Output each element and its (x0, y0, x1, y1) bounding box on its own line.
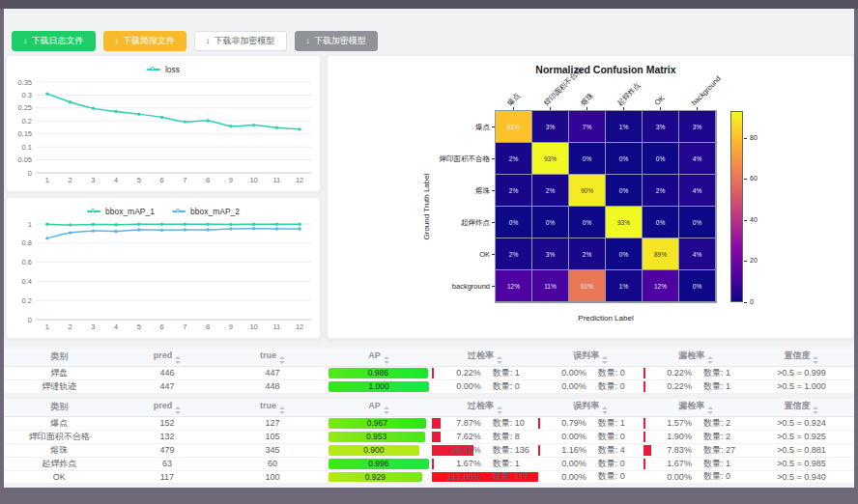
map-chart-card: bbox_mAP_1bbox_mAP_2 00.20.40.60.8112345… (6, 197, 321, 339)
column-header-label: AP (368, 350, 381, 360)
column-header-lou[interactable]: 漏检率 (644, 349, 749, 366)
loss-chart-card: loss 00.050.10.150.20.250.30.35123456789… (6, 55, 321, 192)
column-header-ap[interactable]: AP (326, 349, 433, 366)
rate-count: 数量: 1 (586, 417, 640, 430)
sort-caret-icon[interactable] (279, 406, 285, 414)
rate-count: 数量: 136 (481, 444, 534, 457)
map-chart: 00.20.40.60.81123456789101112 (7, 216, 322, 335)
column-header-wu[interactable]: 误判率 (538, 349, 644, 366)
matrix-cell: 0% (679, 270, 715, 301)
download-log-file-button[interactable]: ↓下载日志文件 (12, 31, 96, 51)
svg-text:3: 3 (91, 176, 95, 184)
cell-ap: 0.929 (326, 470, 433, 484)
rate-percent: 7.62% (432, 432, 480, 441)
colorbar-tick-label: 20 (750, 257, 758, 264)
sort-caret-icon[interactable] (384, 406, 389, 414)
sort-caret-icon[interactable] (497, 406, 502, 414)
download-icon: ↓ (23, 37, 28, 45)
cell-ap: 0.967 (326, 416, 433, 430)
cell-true: 105 (220, 430, 326, 443)
column-header-conf[interactable]: 置信度 (749, 349, 854, 366)
matrix-row-label: 起焊炸点 (384, 218, 490, 228)
svg-text:4: 4 (114, 176, 118, 184)
cell-conf: >0.5 = 1.000 (749, 379, 854, 393)
cell-true: 100 (220, 470, 326, 484)
sort-caret-icon[interactable] (602, 356, 608, 364)
matrix-row-label: 焊印面积不合格 (384, 154, 490, 164)
summary-table-section: 类别predtrueAP过检率误判率漏检率置信度焊盘4464470.9860.2… (4, 349, 854, 394)
axis-tick (492, 254, 495, 255)
legend-label: bbox_mAP_1 (105, 207, 155, 216)
column-header-ap[interactable]: AP (326, 399, 433, 416)
svg-text:5: 5 (137, 176, 141, 184)
sort-caret-icon[interactable] (602, 406, 608, 414)
svg-text:0.4: 0.4 (22, 277, 32, 286)
page-content: ↓下载日志文件↓下载简报文件↓下载非加密模型↓下载加密模型 loss 00.05… (4, 9, 854, 488)
download-encrypted-model-button[interactable]: ↓下载加密模型 (295, 31, 379, 51)
matrix-cell: 0% (606, 238, 642, 269)
sort-caret-icon[interactable] (175, 406, 181, 414)
svg-text:7: 7 (183, 176, 186, 184)
column-header-pred[interactable]: pred (114, 349, 219, 366)
colorbar (730, 111, 743, 302)
sort-caret-icon[interactable] (497, 356, 502, 364)
cell-conf: >0.5 = 0.925 (749, 430, 854, 443)
axis-tick (697, 107, 698, 110)
matrix-cell: 12% (496, 270, 531, 301)
svg-text:0.8: 0.8 (22, 238, 32, 247)
cell-conf: >0.5 = 0.924 (749, 416, 854, 430)
cell-ap: 0.900 (326, 443, 433, 457)
column-header-label: 置信度 (784, 401, 810, 410)
rate-percent: 0.00% (538, 381, 586, 391)
legend-item-bbox_mAP_2[interactable]: bbox_mAP_2 (172, 207, 240, 216)
column-header-conf[interactable]: 置信度 (749, 399, 854, 416)
column-header-true[interactable]: true (220, 349, 326, 366)
sort-caret-icon[interactable] (279, 356, 285, 364)
column-header-lou[interactable]: 漏检率 (644, 399, 749, 416)
download-report-file-button[interactable]: ↓下载简报文件 (103, 31, 187, 51)
svg-text:0.35: 0.35 (17, 78, 32, 87)
sort-caret-icon[interactable] (813, 356, 818, 364)
column-header-wu[interactable]: 误判率 (538, 399, 644, 416)
axis-tick (623, 107, 624, 110)
rate-percent: 1.57% (644, 418, 692, 428)
colorbar-tick-label: 80 (750, 134, 758, 141)
sort-caret-icon[interactable] (707, 406, 713, 414)
ap-value: 1.000 (329, 381, 430, 392)
matrix-cell: 3% (643, 111, 678, 142)
cell-lou: 7.83%数量: 27 (644, 443, 749, 457)
column-header-guo[interactable]: 过检率 (432, 349, 537, 366)
cell-pred: 63 (114, 457, 219, 470)
cell-conf: >0.5 = 0.940 (749, 470, 854, 484)
legend-item-loss[interactable]: loss (147, 65, 180, 74)
column-header-label: 漏检率 (678, 401, 704, 410)
column-header-true[interactable]: true (220, 399, 326, 416)
table-row: 焊盘4464470.9860.22%数量: 10.00%数量: 00.22%数量… (4, 366, 854, 379)
matrix-cell: 4% (679, 143, 715, 174)
summary-table-2: 类别predtrueAP过检率误判率漏检率置信度爆点1521270.9677.8… (4, 399, 854, 484)
matrix-cell: 1% (606, 270, 642, 301)
download-unencrypted-model-button[interactable]: ↓下载非加密模型 (194, 31, 287, 51)
cell-true: 127 (220, 416, 326, 430)
sort-caret-icon[interactable] (707, 356, 713, 364)
colorbar-tick-label: 40 (750, 216, 758, 223)
cell-guo: 7.62%数量: 8 (432, 430, 537, 443)
column-header-guo[interactable]: 过检率 (432, 399, 537, 416)
svg-text:0.3: 0.3 (22, 91, 32, 99)
sort-caret-icon[interactable] (384, 356, 389, 364)
svg-text:5: 5 (137, 322, 141, 331)
sort-caret-icon[interactable] (813, 406, 818, 414)
axis-tick (492, 126, 495, 127)
rate-percent: 0.22% (432, 368, 480, 378)
sort-caret-icon[interactable] (175, 356, 181, 364)
column-header-pred[interactable]: pred (114, 399, 219, 416)
cell-conf: >0.5 = 0.999 (749, 366, 854, 379)
column-header-label: 类别 (50, 351, 68, 361)
svg-text:0: 0 (28, 316, 32, 324)
matrix-cell: 81% (496, 111, 531, 142)
rate-count: 数量: 27 (692, 444, 745, 457)
svg-text:2: 2 (69, 176, 72, 184)
rate-percent: 1.16% (538, 445, 586, 455)
loss-chart: 00.050.10.150.20.250.30.3512345678910111… (7, 74, 322, 188)
legend-item-bbox_mAP_1[interactable]: bbox_mAP_1 (87, 207, 155, 216)
